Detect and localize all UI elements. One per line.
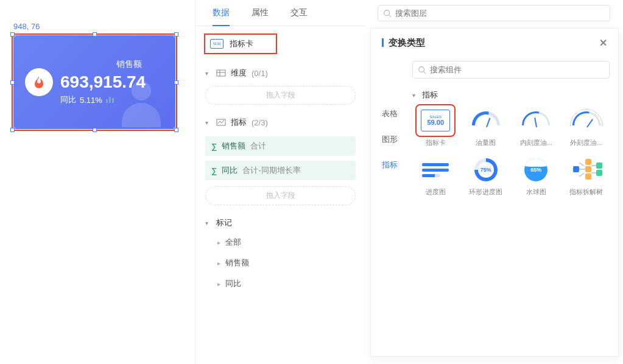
sigma-icon: ∑: [211, 166, 217, 175]
metric-card-icon: [210, 39, 224, 49]
layer-search-area: [370, 0, 619, 26]
resize-handle[interactable]: [174, 128, 178, 132]
section-count: (2/3): [252, 118, 268, 127]
component-progress[interactable]: 进度图: [412, 156, 459, 197]
svg-rect-0: [217, 70, 225, 76]
flame-icon: [25, 68, 53, 96]
change-type-modal: 变换类型 ✕ 表格 图形 指标 ▾ 指标 SA: [370, 28, 619, 357]
search-icon: [418, 66, 426, 74]
config-tabs: 数据 属性 交互: [195, 0, 365, 26]
group-header-metric[interactable]: ▾ 指标: [412, 87, 610, 107]
sparkline-icon: [106, 97, 114, 103]
component-label: 指标卡: [426, 138, 446, 147]
section-header-metric[interactable]: ▾ 指标 (2/3): [205, 113, 356, 131]
component-label: 油量图: [476, 138, 496, 147]
progress-icon: [422, 163, 449, 177]
tree-icon: [572, 158, 601, 182]
fuel-gauge-icon: [472, 111, 500, 130]
component-liquid-fill[interactable]: 65% 水球图: [513, 156, 560, 197]
field-agg: 合计: [250, 141, 266, 152]
component-ring-progress[interactable]: 75% 环形进度图: [463, 156, 510, 197]
component-label: 外刻度油...: [570, 138, 602, 147]
chevron-down-icon: ▾: [205, 70, 211, 77]
section-header-marks[interactable]: ▾ 标记: [205, 214, 356, 232]
chevron-down-icon: ▾: [205, 220, 211, 226]
component-label: 环形进度图: [469, 187, 502, 197]
metric-icon: [216, 117, 226, 127]
mark-item-yoy[interactable]: ▸ 同比: [205, 273, 356, 294]
liquid-fill-icon: 65%: [524, 158, 547, 181]
section-title: 指标: [231, 117, 247, 128]
resize-handle[interactable]: [174, 32, 178, 37]
tab-interact[interactable]: 交互: [280, 0, 319, 26]
field-pill[interactable]: ∑ 同比 合计-同期增长率: [205, 161, 356, 180]
resize-handle[interactable]: [10, 128, 15, 132]
modal-title: 变换类型: [382, 37, 425, 49]
card-delta-prefix: 同比: [60, 94, 76, 105]
component-inner-dial[interactable]: 内刻度油...: [513, 107, 560, 147]
section-title: 标记: [216, 217, 232, 228]
section-marks: ▾ 标记 ▸ 全部 ▸ 销售额 ▸ 同比: [195, 208, 365, 296]
mark-item-sales[interactable]: ▸ 销售额: [205, 253, 356, 273]
chart-type-selector[interactable]: 指标卡: [204, 33, 277, 54]
component-fuel-gauge[interactable]: 油量图: [463, 107, 510, 147]
component-search[interactable]: [412, 61, 610, 79]
resize-handle[interactable]: [174, 80, 178, 85]
mark-item-all[interactable]: ▸ 全部: [205, 232, 356, 253]
component-outer-dial[interactable]: 外刻度油...: [563, 107, 610, 147]
mark-label: 销售额: [225, 257, 249, 268]
component-label: 水球图: [526, 187, 546, 197]
svg-line-7: [424, 71, 426, 74]
card-delta-value: 5.11%: [80, 96, 102, 105]
component-metric-card[interactable]: SALES 59.00 指标卡: [412, 107, 459, 147]
category-shape[interactable]: 图形: [371, 127, 409, 152]
metric-card[interactable]: 销售额 693,915.74 同比 5.11%: [14, 36, 175, 128]
field-agg: 合计-同期增长率: [242, 165, 300, 176]
group-label: 指标: [422, 89, 438, 100]
canvas-area: 948, 76 销售额 693,915.74 同比 5.11%: [0, 0, 189, 364]
resize-handle[interactable]: [93, 32, 97, 37]
category-list: 表格 图形 指标: [371, 57, 409, 197]
layer-search[interactable]: [378, 5, 610, 21]
mark-label: 全部: [225, 237, 241, 248]
dimension-icon: [216, 68, 226, 78]
chevron-right-icon: ▸: [217, 281, 220, 287]
section-metric: ▾ 指标 (2/3) ∑ 销售额 合计 ∑ 同比 合计-同期增长率 拖入字段: [195, 107, 365, 208]
resize-handle[interactable]: [10, 32, 15, 37]
inner-dial-icon: [522, 111, 550, 130]
component-label: 内刻度油...: [520, 138, 552, 147]
config-panel: 数据 属性 交互 指标卡 ▾ 维度 (0/1) 拖入字段 ▾ 指标 (2/3) …: [195, 0, 365, 364]
section-title: 维度: [231, 68, 247, 79]
outer-dial-icon: [572, 111, 600, 130]
metric-card-selection[interactable]: 销售额 693,915.74 同比 5.11%: [12, 33, 177, 131]
resize-handle[interactable]: [10, 80, 15, 85]
resize-handle[interactable]: [93, 128, 97, 132]
component-label: 进度图: [426, 187, 446, 197]
section-header-dimension[interactable]: ▾ 维度 (0/1): [205, 64, 356, 82]
tab-data[interactable]: 数据: [202, 0, 241, 26]
chevron-right-icon: ▸: [217, 239, 220, 246]
svg-line-5: [389, 15, 392, 17]
metric-card-thumb-icon: SALES 59.00: [421, 110, 450, 131]
avatar-watermark: [114, 81, 169, 128]
close-button[interactable]: ✕: [599, 37, 607, 49]
category-table[interactable]: 表格: [371, 101, 409, 127]
field-name: 销售额: [222, 141, 245, 152]
layer-search-input[interactable]: [395, 9, 605, 18]
chevron-down-icon: ▾: [205, 119, 211, 126]
svg-point-6: [419, 66, 424, 72]
ring-progress-icon: 75%: [474, 158, 498, 181]
component-search-input[interactable]: [430, 65, 604, 74]
dimension-dropzone[interactable]: 拖入字段: [205, 86, 356, 105]
chevron-down-icon: ▾: [412, 92, 418, 99]
component-metric-tree[interactable]: 指标拆解树: [563, 156, 610, 197]
selection-coord: 948, 76: [13, 22, 40, 31]
section-dimension: ▾ 维度 (0/1) 拖入字段: [195, 58, 365, 107]
metric-dropzone[interactable]: 拖入字段: [205, 186, 356, 205]
tab-attr[interactable]: 属性: [241, 0, 280, 26]
mark-label: 同比: [225, 278, 241, 289]
card-title: 销售额: [116, 59, 142, 70]
category-metric[interactable]: 指标: [371, 152, 409, 178]
sigma-icon: ∑: [211, 142, 217, 151]
field-pill[interactable]: ∑ 销售额 合计: [205, 136, 356, 156]
